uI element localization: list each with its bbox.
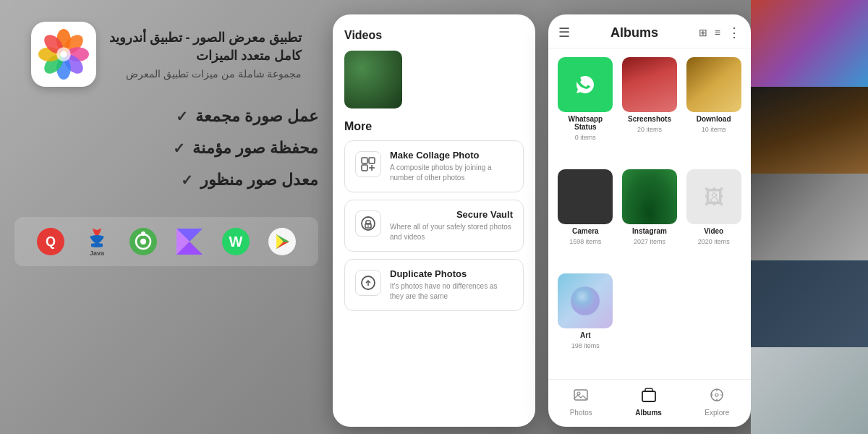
albums-grid: Whatsapp Status 0 items Screenshots 20 i… (548, 48, 751, 379)
svg-point-33 (367, 226, 369, 227)
album-thumb-camera (558, 169, 613, 224)
video-placeholder-icon: 🖼 (704, 185, 724, 209)
svg-rect-40 (642, 391, 655, 401)
strip-photos-container (751, 0, 868, 434)
nav-albums-icon (641, 387, 657, 407)
svg-point-37 (571, 286, 600, 315)
album-download[interactable]: Download 10 items (685, 57, 742, 162)
nav-photos-label: Photos (570, 409, 592, 417)
video-thumbnail[interactable] (344, 51, 402, 109)
nav-photos-icon (573, 387, 589, 407)
title-line2: كامل متعدد الميزات (196, 48, 302, 63)
collage-description: A composite photos by joining a number o… (390, 163, 513, 183)
album-name-art: Art (580, 331, 590, 339)
more-icon[interactable]: ⋮ (728, 25, 741, 41)
check-1: ✓ (176, 108, 188, 125)
nav-photos[interactable]: Photos (570, 387, 592, 417)
feature-text-2: محفظة صور مؤمنة (192, 139, 318, 158)
left-section: تطبيق معرض الصور - تطبيق أندرويد كامل مت… (0, 0, 333, 434)
vault-card-text: Secure Vault Where all of your safely st… (390, 209, 513, 242)
features-list: عمل صورة مجمعة ✓ محفظة صور مؤمنة ✓ معدل … (14, 107, 318, 203)
album-count-whatsapp: 0 items (575, 134, 596, 141)
make-collage-card[interactable]: Make Collage Photo A composite photos by… (344, 140, 524, 192)
svg-point-42 (715, 393, 718, 396)
video-thumb-image (344, 51, 402, 109)
middle-phone: Videos More Make Collage Photo A composi… (333, 14, 535, 427)
feature-text-1: عمل صورة مجمعة (195, 107, 318, 126)
collage-title: Make Collage Photo (390, 150, 513, 161)
app-header: تطبيق معرض الصور - تطبيق أندرويد كامل مت… (14, 22, 318, 87)
app-title-block: تطبيق معرض الصور - تطبيق أندرويد كامل مت… (109, 29, 302, 80)
album-screenshots[interactable]: Screenshots 20 items (621, 57, 678, 162)
nav-albums[interactable]: Albums (635, 387, 662, 417)
android-icon: Q (35, 226, 67, 258)
vault-description: Where all of your safely stored photos a… (390, 222, 513, 242)
feature-item-1: عمل صورة مجمعة ✓ (14, 107, 318, 126)
nav-explore[interactable]: Explore (705, 387, 729, 417)
secure-vault-card[interactable]: Secure Vault Where all of your safely st… (344, 200, 524, 252)
android-studio-icon (127, 226, 159, 258)
album-art[interactable]: Art 198 items (557, 273, 614, 370)
app-subtitle: مجموعة شاملة من ميزات تطبيق المعرض (109, 68, 302, 80)
album-count-instagram: 2027 items (634, 238, 665, 245)
java-icon: Java (81, 226, 113, 258)
album-thumb-video: 🖼 (686, 169, 741, 224)
album-whatsapp[interactable]: Whatsapp Status 0 items (557, 57, 614, 162)
strip-photo-5 (751, 347, 868, 434)
svg-text:Q: Q (46, 234, 56, 249)
tech-icons-bar: Q Java (14, 217, 318, 266)
album-count-art: 198 items (571, 342, 600, 349)
album-name-whatsapp: Whatsapp Status (557, 115, 614, 131)
app-title-main: تطبيق معرض الصور - تطبيق أندرويد كامل مت… (109, 29, 302, 65)
album-thumb-whatsapp (558, 57, 613, 112)
duplicate-photos-card[interactable]: Duplicate Photos It's photos have no dif… (344, 259, 524, 311)
album-name-instagram: Instagram (632, 227, 667, 235)
check-3: ✓ (181, 171, 193, 189)
album-count-video: 2020 items (698, 238, 730, 245)
playstore-icon (266, 226, 298, 258)
menu-icon[interactable]: ☰ (558, 25, 570, 41)
title-line1: تطبيق معرض الصور - تطبيق أندرويد (109, 30, 302, 45)
svg-point-8 (56, 47, 71, 61)
nav-albums-label: Albums (635, 409, 662, 417)
album-count-screenshots: 20 items (637, 126, 662, 133)
java-label: Java (90, 250, 104, 257)
album-thumb-download (686, 57, 741, 112)
more-section-title: More (344, 120, 524, 133)
album-name-video: Video (704, 227, 723, 235)
album-instagram[interactable]: Instagram 2027 items (621, 169, 678, 266)
albums-title: Albums (577, 25, 692, 41)
strip-photo-2 (751, 87, 868, 174)
phone-content: Videos More Make Collage Photo A composi… (333, 14, 535, 427)
strip-photo-4 (751, 260, 868, 347)
album-count-camera: 1598 items (569, 238, 601, 245)
kotlin-icon (174, 226, 205, 258)
strip-photo-3 (751, 174, 868, 260)
nav-explore-icon (709, 387, 725, 407)
svg-point-13 (140, 239, 146, 244)
photo-strip (751, 0, 868, 434)
filter-icon[interactable]: ⊞ (699, 27, 707, 38)
svg-point-14 (141, 231, 145, 236)
right-phone: ☰ Albums ⊞ ≡ ⋮ Whatsapp Status 0 items (548, 14, 751, 427)
duplicate-title: Duplicate Photos (390, 268, 513, 279)
check-2: ✓ (173, 140, 185, 157)
svg-point-39 (577, 392, 580, 395)
album-camera[interactable]: Camera 1598 items (557, 169, 614, 266)
feature-text-3: معدل صور منظور (200, 171, 318, 190)
duplicate-icon (355, 270, 381, 296)
collage-icon (355, 151, 381, 177)
album-thumb-instagram (622, 169, 677, 224)
album-video[interactable]: 🖼 Video 2020 items (685, 169, 742, 266)
sort-icon[interactable]: ≡ (715, 27, 720, 38)
bottom-nav: Photos Albums Ex (548, 379, 751, 427)
app-icon (31, 22, 96, 87)
feature-item-3: معدل صور منظور ✓ (14, 171, 318, 190)
feature-item-2: محفظة صور مؤمنة ✓ (14, 139, 318, 158)
album-name-download: Download (697, 115, 731, 123)
svg-text:W: W (229, 234, 243, 250)
vault-title: Secure Vault (390, 209, 513, 220)
album-name-camera: Camera (572, 227, 599, 235)
whatsapp-tech-icon: W (220, 226, 252, 258)
duplicate-description: It's photos have no differences as they … (390, 281, 513, 302)
